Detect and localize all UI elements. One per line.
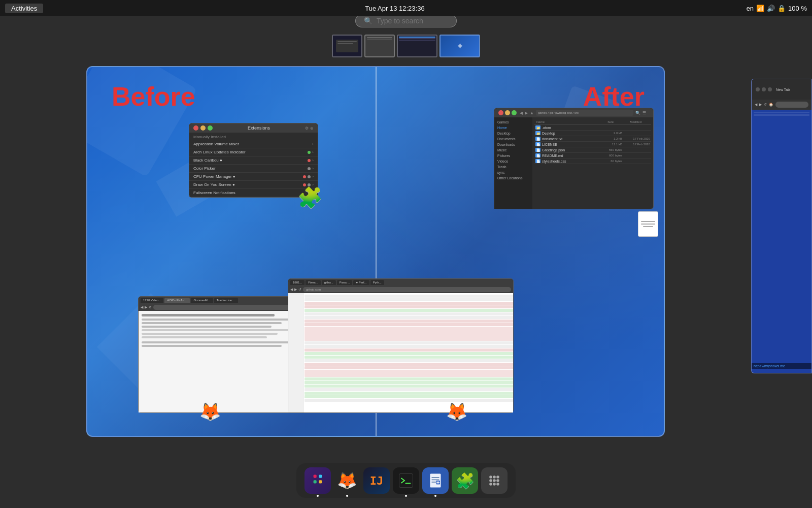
sidebar-games[interactable]: Games xyxy=(494,119,532,125)
dock-firefox[interactable]: 🦊 xyxy=(334,467,360,494)
files-back-icon[interactable]: ◀ xyxy=(520,111,523,115)
rp-back[interactable]: ◀ xyxy=(755,103,757,107)
diff-line-context-2 xyxy=(304,298,513,301)
sidebar-other[interactable]: Other Locations xyxy=(494,175,532,181)
ff-reload-left[interactable]: ↺ xyxy=(149,305,152,309)
ext-close-btn[interactable] xyxy=(193,125,198,131)
ff-fwd-left[interactable]: ▶ xyxy=(145,305,147,309)
files-max-btn[interactable] xyxy=(512,110,517,115)
thumb-files[interactable] xyxy=(364,35,395,57)
ff-tab-2[interactable]: AOP's ReArc... xyxy=(164,298,190,303)
terminal-icon xyxy=(398,473,414,488)
dock: 🦊 IJ 🧩 xyxy=(296,463,516,498)
dock-slack[interactable] xyxy=(304,467,331,494)
svg-rect-3 xyxy=(319,480,322,483)
ext-arrow-3[interactable]: › xyxy=(312,158,314,163)
firefox-icon: 🦊 xyxy=(337,471,357,490)
ext-max-btn[interactable] xyxy=(208,125,213,131)
dock-grid[interactable] xyxy=(481,467,507,494)
file-row-2[interactable]: 📁 Desktop 2.0 kB xyxy=(534,131,651,136)
ff-back-left[interactable]: ◀ xyxy=(141,305,143,309)
rp-reload[interactable]: ↺ xyxy=(764,103,767,107)
ext-settings-icon[interactable]: ⊕ xyxy=(310,126,314,131)
right-partial-window[interactable]: New Tab ◀ ▶ ↺ 🏠 https://myshows.me xyxy=(751,79,812,373)
dock-terminal[interactable] xyxy=(393,467,419,494)
ext-arrow-2[interactable]: › xyxy=(312,150,314,154)
file-row-3[interactable]: 📄 document.txt 1.2 kB 17 Feb 2020 xyxy=(534,136,651,142)
svg-rect-0 xyxy=(314,474,317,478)
ff-rtab-1[interactable]: 1881... xyxy=(290,280,304,285)
status-area: en 📶 🔊 🔒 100 % xyxy=(747,5,807,12)
top-bar: Activities Tue Apr 13 12:23:36 en 📶 🔊 🔒 … xyxy=(0,0,812,16)
ff-tab-3[interactable]: Gnome-All... xyxy=(191,298,213,303)
files-up-icon[interactable]: ▲ xyxy=(530,111,534,115)
firefox-left-window[interactable]: 1770 Video... AOP's ReArc... Gnome-All..… xyxy=(138,296,293,413)
files-close-btn[interactable] xyxy=(498,110,503,115)
ff-url-left[interactable] xyxy=(153,305,290,310)
ff-rtab-4[interactable]: Parso... xyxy=(337,280,353,285)
files-window[interactable]: ◀ ▶ ▲ games / git / pwndbg-test / src 🔍 … xyxy=(494,108,654,209)
rp-url-bar[interactable] xyxy=(775,102,808,108)
firefox-right-window[interactable]: 1881... Fixes... githu... Parso... ● Per… xyxy=(288,278,514,413)
svg-point-18 xyxy=(493,479,496,482)
sidebar-home[interactable]: Home xyxy=(494,125,532,131)
firefox-tabs-left: 1770 Video... AOP's ReArc... Gnome-All..… xyxy=(139,297,292,304)
sidebar-sync[interactable]: sync xyxy=(494,170,532,175)
file-row-6[interactable]: 📄 README.md 600 bytes xyxy=(534,153,651,158)
extensions-window[interactable]: Extensions ⚙ ⊕ Manually Installed Applic… xyxy=(189,123,318,198)
file-row-7[interactable]: 📄 stylesheets.css 60 bytes xyxy=(534,158,651,164)
file-row-1[interactable]: 📁 .atom xyxy=(534,125,651,131)
sidebar-downloads[interactable]: Downloads xyxy=(494,142,532,147)
thumb-kde[interactable]: ✦ xyxy=(439,35,480,57)
ext-window-controls xyxy=(193,125,213,131)
rp-btn-1 xyxy=(756,87,760,91)
ext-item-2: Arch Linux Updates Indicator › xyxy=(189,148,318,156)
ff-rtab-2[interactable]: Fixes... xyxy=(306,280,320,285)
file-icon-2: 📁 xyxy=(535,131,540,135)
dock-intellij[interactable]: IJ xyxy=(363,467,390,494)
dock-notes[interactable] xyxy=(422,467,449,494)
ext-arrow-1[interactable]: › xyxy=(312,142,314,146)
ff-reload-right[interactable]: ↺ xyxy=(298,288,301,292)
sidebar-documents[interactable]: Documents xyxy=(494,136,532,142)
ext-min-btn[interactable] xyxy=(200,125,206,131)
svg-point-15 xyxy=(493,475,496,479)
files-forward-icon[interactable]: ▶ xyxy=(525,111,528,115)
ff-fwd-right[interactable]: ▶ xyxy=(294,288,297,292)
ff-content-line-3 xyxy=(142,322,282,324)
diff-lines xyxy=(304,293,513,403)
rp-content-2 xyxy=(754,114,809,116)
ext-arrow-4[interactable]: › xyxy=(312,166,314,171)
files-min-btn[interactable] xyxy=(505,110,510,115)
rp-content-1 xyxy=(754,112,809,113)
firefox-nav-left: ◀ ▶ ↺ xyxy=(139,304,292,311)
diff-line-removed-7 xyxy=(304,366,513,369)
sidebar-desktop[interactable]: Desktop xyxy=(494,131,532,136)
rp-fwd[interactable]: ▶ xyxy=(759,103,762,107)
ff-tab-1[interactable]: 1770 Video... xyxy=(141,298,163,303)
ff-rtab-3[interactable]: githu... xyxy=(322,280,336,285)
ext-search-icon[interactable]: ⚙ xyxy=(305,126,309,131)
sidebar-videos[interactable]: Videos xyxy=(494,158,532,164)
ext-item-4: Color Picker › xyxy=(189,165,318,173)
sidebar-music[interactable]: Music xyxy=(494,147,532,153)
ext-arrow-5[interactable]: › xyxy=(312,174,314,179)
diff-line-context-1 xyxy=(304,295,513,298)
dock-puzzle[interactable]: 🧩 xyxy=(452,467,478,494)
search-input[interactable] xyxy=(377,17,453,25)
sidebar-trash[interactable]: Trash xyxy=(494,164,532,170)
rp-home[interactable]: 🏠 xyxy=(769,103,773,107)
ff-back-right[interactable]: ◀ xyxy=(290,288,293,292)
files-header: Name Size Modified xyxy=(534,119,651,125)
ff-tab-4[interactable]: Tracker trac... xyxy=(214,298,238,303)
sidebar-pictures[interactable]: Pictures xyxy=(494,153,532,158)
thumb-terminal[interactable] xyxy=(332,35,362,57)
activities-button[interactable]: Activities xyxy=(5,4,43,13)
file-row-4[interactable]: 📄 LICENSE 11.1 kB 17 Feb 2020 xyxy=(534,142,651,147)
thumb-code[interactable] xyxy=(397,35,437,57)
ff-url-right[interactable]: github.com xyxy=(303,287,511,292)
file-row-5[interactable]: 📄 Greetings.json 560 bytes xyxy=(534,147,651,153)
intellij-icon: IJ xyxy=(370,474,384,487)
ff-rtab-6[interactable]: Pyth... xyxy=(370,280,384,285)
ff-rtab-5[interactable]: ● Perf... xyxy=(353,280,369,285)
